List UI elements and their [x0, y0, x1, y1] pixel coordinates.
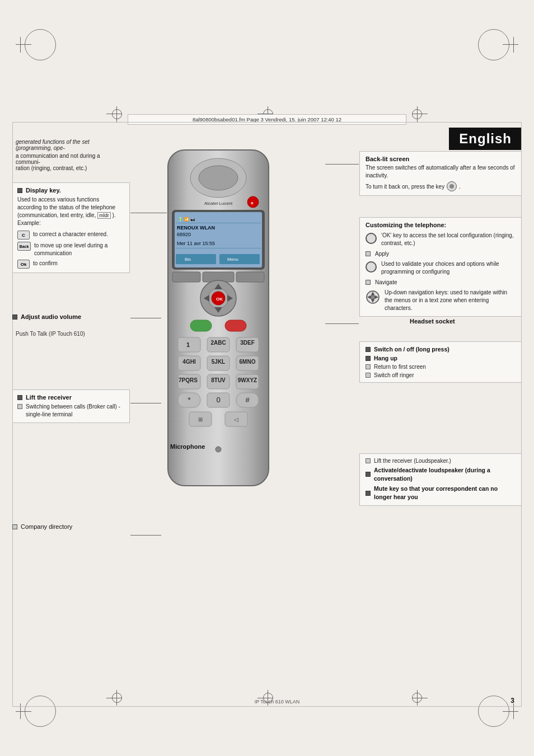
- lift-receiver-box: Lift the receiver Switching between call…: [12, 389, 130, 423]
- svg-text:0: 0: [216, 396, 220, 404]
- svg-text:7PQRS: 7PQRS: [179, 377, 198, 383]
- ringer-text: Switch off ringer: [374, 372, 414, 378]
- svg-point-5: [371, 295, 375, 299]
- corner-mark-tl: [25, 29, 56, 60]
- ok-key-icon: [366, 233, 377, 244]
- switch-items-box: Switch on / off (long press) Hang up Ret…: [359, 341, 522, 383]
- customizing-title: Customizing the telephone:: [366, 222, 516, 228]
- activate-text: Activate/deactivate loudspeaker (during …: [374, 466, 516, 482]
- svg-text:Mer 11 avr  15:55: Mer 11 avr 15:55: [177, 241, 215, 246]
- pointer-receiver: [130, 403, 161, 403]
- svg-text:Menu: Menu: [227, 257, 238, 262]
- mute-bullet: [366, 491, 371, 496]
- svg-text:6MNO: 6MNO: [240, 359, 256, 365]
- comm-text: a communication and not during a communi…: [16, 153, 122, 165]
- svg-text:4GHI: 4GHI: [182, 359, 196, 365]
- svg-rect-15: [176, 223, 261, 223]
- navigate-text: Navigate: [375, 279, 397, 285]
- display-key-bullet: [17, 188, 22, 193]
- lift-receiver-bullet: [17, 395, 22, 400]
- first-screen-bullet: [366, 364, 371, 369]
- model-label: IP Touch 610 WLAN: [255, 699, 300, 705]
- pointer-directory: [130, 535, 161, 536]
- hang-up-text: Hang up: [374, 355, 397, 361]
- lift-receiver-title: Lift the receiver: [26, 394, 72, 401]
- crossv-tr: [513, 37, 514, 53]
- crossh-bl: [16, 711, 31, 712]
- generated-italic: generated functions of the set (programm…: [16, 139, 122, 151]
- svg-rect-26: [236, 272, 264, 282]
- inner-crossh-br: [412, 698, 428, 698]
- svg-text:8TUV: 8TUV: [211, 377, 226, 383]
- inner-crossh-tl: [106, 114, 122, 114]
- headset-socket-label: Headset socket: [410, 318, 455, 325]
- corner-mark-tr: [478, 29, 509, 60]
- loudspeaker-bullet: [366, 458, 371, 463]
- company-directory-label: Company directory: [21, 523, 72, 530]
- backlit-description: The screen switches off automatically af…: [366, 164, 516, 180]
- svg-point-8: [199, 166, 238, 190]
- svg-text:Bis: Bis: [185, 257, 191, 262]
- backlit-screen-box: Back-lit screen The screen switches off …: [359, 151, 522, 196]
- page-number: 3: [510, 697, 514, 705]
- adjust-audio-area: Adjust audio volume: [12, 313, 121, 320]
- svg-rect-19: [176, 248, 261, 248]
- switch-on-text: Switch on / off (long press): [374, 346, 449, 353]
- phone-svg: Alcatel·Lucent a 🔋 📶 📷 RENOUX WLAN 68920…: [157, 144, 280, 525]
- mute-text: Mute key so that your correspondent can …: [374, 485, 516, 501]
- key-ok-text: to confirm: [33, 260, 58, 267]
- display-key-description: Used to access various functions accordi…: [17, 196, 125, 227]
- microphone-label: Microphone: [170, 443, 205, 450]
- svg-text:3DEF: 3DEF: [240, 340, 255, 346]
- display-key-title: Display key.: [26, 187, 61, 194]
- key-back-text: to move up one level during a communicat…: [34, 242, 125, 257]
- svg-text:🔋 📶 📷: 🔋 📶 📷: [178, 217, 195, 222]
- inner-corner-tl: [112, 109, 122, 119]
- ration-text: ration (ringing, contrast, etc.): [16, 165, 122, 171]
- crossh-br: [503, 711, 518, 712]
- apply-bullet: [366, 251, 371, 256]
- page: 8al90800bsabed01.fm Page 3 Vendredi, 15.…: [0, 0, 534, 756]
- svg-text:*: *: [188, 396, 190, 404]
- apply-text: Apply: [375, 251, 389, 257]
- key-c-text: to correct a character entered.: [33, 231, 108, 238]
- key-circle-inner: [449, 184, 454, 189]
- inner-crossv-br: [417, 690, 418, 706]
- push-to-talk-label: Push To Talk (IP Touch 610): [16, 331, 85, 337]
- english-badge: English: [449, 128, 522, 150]
- nav-key-text: Up-down navigation keys: used to navigat…: [385, 289, 516, 312]
- hang-up-bullet: [366, 356, 371, 361]
- svg-text:9WXYZ: 9WXYZ: [238, 377, 257, 383]
- push-to-talk-area: Push To Talk (IP Touch 610): [16, 330, 125, 337]
- inner-crossv-tl: [116, 106, 117, 122]
- key-back: Back: [17, 242, 31, 251]
- phone-image: Alcatel·Lucent a 🔋 📶 📷 RENOUX WLAN 68920…: [157, 144, 280, 526]
- svg-rect-24: [172, 272, 200, 282]
- crossh-tl: [16, 44, 31, 45]
- company-directory-bullet: [12, 524, 17, 529]
- backlit-instruction: To turn it back on, press the key .: [366, 181, 516, 191]
- pointer-audio: [130, 318, 161, 318]
- lift-receiver-text: Switching between calls (Broker call) - …: [26, 403, 125, 419]
- svg-text:68920: 68920: [177, 232, 191, 237]
- navigate-bullet: [366, 280, 371, 285]
- nav-key-icon: [366, 290, 380, 304]
- svg-text:Alcatel·Lucent: Alcatel·Lucent: [204, 201, 233, 206]
- model-label-area: IP Touch 610 WLAN: [235, 698, 319, 705]
- svg-rect-35: [190, 320, 212, 331]
- header-file: 8al90800bsabed01.fm Page 3 Vendredi, 15.…: [128, 114, 406, 125]
- switch-on-bullet: [366, 347, 371, 352]
- crossh-tr: [503, 44, 518, 45]
- first-screen-text: Return to first screen: [374, 364, 426, 370]
- pointer-display-key: [130, 213, 167, 213]
- adjust-audio-bullet: [12, 314, 17, 320]
- pointer-backlit: [325, 164, 359, 165]
- key-circle-icon: [447, 181, 457, 191]
- loudspeaker-box: Lift the receiver (Loudspeaker.) Activat…: [359, 453, 522, 506]
- adjust-audio-label: Adjust audio volume: [21, 313, 81, 320]
- key-ok: Ok: [17, 260, 30, 269]
- svg-text:⊞: ⊞: [198, 416, 203, 422]
- backlit-title: Back-lit screen: [366, 156, 516, 162]
- svg-rect-36: [225, 320, 246, 331]
- svg-text:OK: OK: [216, 297, 223, 302]
